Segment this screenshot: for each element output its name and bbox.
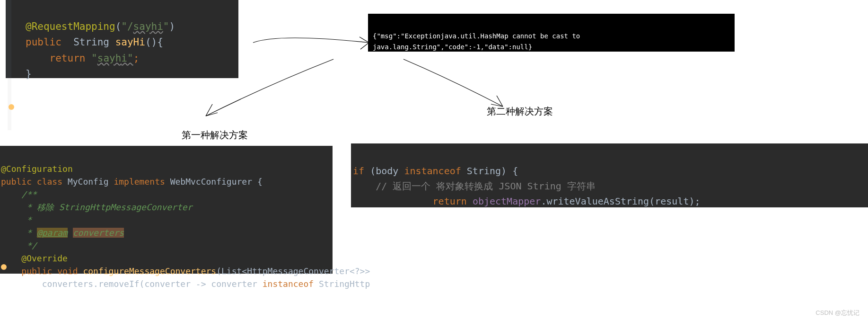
watermark: CSDN @忘忧记 — [815, 309, 859, 317]
label-solution-1: 第一种解决方案 — [182, 129, 248, 142]
lightbulb-icon — [1, 264, 7, 270]
code-snippet-instanceof: if (body instanceof String) { // 返回一个 将对… — [351, 143, 868, 207]
annotation: @RequestMapping — [26, 21, 115, 32]
arrow-icon — [196, 57, 338, 123]
arrow-icon — [251, 28, 374, 57]
error-output: {"msg":"Exceptionjava.util.HashMap canno… — [368, 14, 735, 52]
arrow-icon — [401, 57, 510, 114]
code-snippet-config: @Configuration public class MyConfig imp… — [0, 146, 333, 274]
lightbulb-icon — [9, 104, 14, 110]
